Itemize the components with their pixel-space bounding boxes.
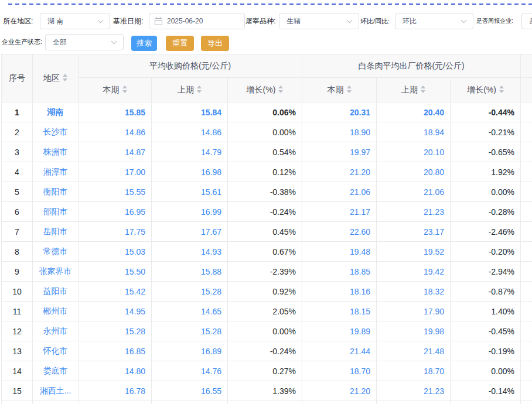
- purchase-previous-value: 14.76: [152, 361, 228, 381]
- purchase-growth-value: -0.38%: [228, 182, 302, 202]
- carcass-current-value: 21.06: [302, 182, 377, 202]
- region-link[interactable]: 长沙市: [33, 122, 79, 142]
- region-link[interactable]: 常德市: [33, 242, 79, 262]
- weekly-report-select-value: 是: [522, 16, 532, 26]
- extra-cell: [521, 202, 532, 222]
- region-link[interactable]: 怀化市: [33, 341, 79, 361]
- row-index: 15: [2, 381, 33, 401]
- sort-desc-icon: [421, 90, 425, 93]
- region-link[interactable]: 张家界市: [33, 262, 79, 282]
- region-link[interactable]: 株洲市: [33, 142, 79, 162]
- sort-asc-icon: [421, 85, 425, 88]
- carcass-growth-value: -2.46%: [451, 222, 521, 242]
- region-link[interactable]: 邵阳市: [33, 202, 79, 222]
- compare-select[interactable]: 环比: [395, 13, 473, 29]
- col-header-carcass-current[interactable]: 本期: [302, 78, 377, 102]
- carcass-current-value: 18.16: [302, 282, 377, 302]
- col-header-carcass-previous[interactable]: 上期: [377, 78, 451, 102]
- filter-row-1: 所在地区: 湖 南 基准日期: 2025-06-20 屠宰品种: 生猪 环比/同…: [0, 13, 532, 29]
- search-button[interactable]: 搜索: [131, 36, 157, 51]
- carcass-previous-value: 20.10: [377, 142, 451, 162]
- purchase-current-value: 15.50: [79, 262, 152, 282]
- col-header-region[interactable]: 地区: [33, 54, 79, 102]
- carcass-growth-value: 1.92%: [451, 162, 521, 182]
- row-index: 13: [2, 341, 33, 361]
- row-index: 9: [2, 262, 33, 282]
- region-link[interactable]: 郴州市: [33, 302, 79, 321]
- carcass-current-value: 19.97: [302, 142, 377, 162]
- price-table: 序号 地区 平均收购价格(元/公斤) 白条肉平均出厂价格(元/公斤) 本期 上期…: [1, 54, 532, 404]
- extra-cell: [521, 381, 532, 401]
- region-link[interactable]: 湖南: [33, 102, 79, 122]
- purchase-current-value: 14.95: [79, 302, 152, 321]
- row-index: 2: [2, 122, 33, 142]
- region-select-value: 湖 南: [40, 16, 98, 26]
- group-header-carcass: 白条肉平均出厂价格(元/公斤): [302, 54, 521, 78]
- carcass-previous-value: 17.90: [377, 302, 451, 321]
- calendar-icon: [155, 18, 162, 25]
- table-body: 1湖南15.8515.840.06%20.3120.40-0.44%2长沙市14…: [2, 102, 532, 404]
- carcass-current-value: 18.90: [302, 122, 377, 142]
- sort-asc-icon: [278, 85, 283, 88]
- sort-asc-icon: [347, 85, 352, 88]
- purchase-growth-value: -0.24%: [228, 341, 302, 361]
- purchase-growth-value: 0.12%: [228, 162, 302, 182]
- row-index: 12: [2, 321, 33, 341]
- base-date-input[interactable]: 2025-06-20: [149, 13, 245, 29]
- carcass-growth-value: 1.40%: [451, 302, 521, 321]
- sort-desc-icon: [499, 90, 504, 93]
- purchase-previous-value: 15.28: [152, 321, 228, 341]
- weekly-report-select[interactable]: 是: [521, 13, 532, 29]
- extra-cell: [521, 302, 532, 321]
- region-link[interactable]: 永州市: [33, 321, 79, 341]
- export-button[interactable]: 导出: [201, 36, 229, 51]
- carcass-previous-value: 19.42: [377, 262, 451, 282]
- sort-asc-icon: [197, 85, 202, 88]
- species-select[interactable]: 生猪: [279, 13, 359, 29]
- purchase-growth-value: 0.27%: [228, 361, 302, 381]
- table-row: 2长沙市14.8614.860.00%18.9018.94-0.21%: [2, 122, 532, 142]
- row-index: 11: [2, 302, 33, 321]
- sort-desc-icon: [278, 90, 283, 93]
- carcass-previous-value: 20.80: [377, 162, 451, 182]
- purchase-growth-value: 0.06%: [228, 102, 302, 122]
- col-header-purchase-growth[interactable]: 增长(%): [228, 78, 302, 102]
- purchase-current-value: 15.85: [79, 102, 152, 122]
- col-header-purchase-previous[interactable]: 上期: [152, 78, 228, 102]
- region-link[interactable]: 湘潭市: [33, 162, 79, 182]
- region-select[interactable]: 湖 南: [40, 13, 110, 29]
- region-link[interactable]: 衡阳市: [33, 182, 79, 202]
- col-header-purchase-current[interactable]: 本期: [79, 78, 152, 102]
- carcass-current-value: 19.89: [302, 321, 377, 341]
- table-row: 15湘西土...16.7816.551.39%21.2021.23-0.14%: [2, 381, 532, 401]
- data-table-wrap: 序号 地区 平均收购价格(元/公斤) 白条肉平均出厂价格(元/公斤) 本期 上期…: [1, 54, 532, 404]
- sort-carets: [278, 85, 283, 93]
- region-link[interactable]: 湘西土...: [33, 381, 79, 401]
- table-row: 11郴州市14.9514.652.05%18.1517.901.40%: [2, 302, 532, 321]
- purchase-growth-value: -2.39%: [228, 262, 302, 282]
- chevron-down-icon: [98, 18, 104, 23]
- row-index: 1: [2, 102, 33, 122]
- purchase-current-value: 16.78: [79, 381, 152, 401]
- reset-button[interactable]: 重置: [166, 36, 194, 51]
- carcass-current-value: 19.48: [302, 242, 377, 262]
- production-status-select[interactable]: 全部: [45, 34, 124, 50]
- carcass-growth-value: -0.44%: [451, 102, 521, 122]
- col-header-carcass-growth[interactable]: 增长(%): [451, 78, 521, 102]
- base-date-label: 基准日期:: [113, 13, 143, 29]
- carcass-growth-value: -0.14%: [451, 381, 521, 401]
- extra-cell: [521, 142, 532, 162]
- region-link[interactable]: 娄底市: [33, 361, 79, 381]
- table-row: 1湖南15.8515.840.06%20.3120.40-0.44%: [2, 102, 532, 122]
- extra-cell: [152, 401, 228, 404]
- table-row: 8常德市15.0314.930.67%19.4819.52-0.20%: [2, 242, 532, 262]
- region-link[interactable]: 岳阳市: [33, 222, 79, 242]
- purchase-current-value: 16.95: [79, 202, 152, 222]
- carcass-previous-value: 19.98: [377, 321, 451, 341]
- region-link[interactable]: 益阳市: [33, 282, 79, 302]
- carcass-growth-value: -0.28%: [451, 202, 521, 222]
- purchase-current-value: 15.28: [79, 321, 152, 341]
- carcass-previous-value: 19.52: [377, 242, 451, 262]
- sort-carets: [63, 74, 67, 81]
- col-header-extra-sub: [521, 78, 532, 102]
